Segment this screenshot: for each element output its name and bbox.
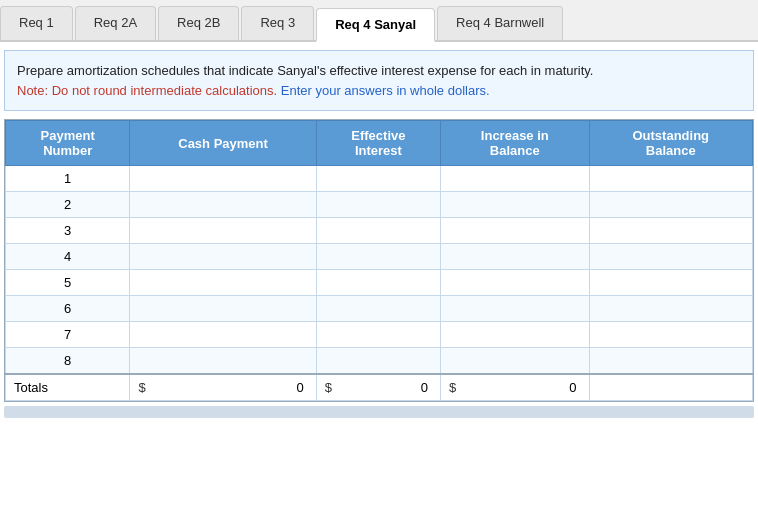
tab-req3[interactable]: Req 3 bbox=[241, 6, 314, 40]
table-row: 1 bbox=[6, 166, 753, 192]
row-eff[interactable] bbox=[316, 244, 440, 270]
info-main-text: Prepare amortization schedules that indi… bbox=[17, 63, 593, 78]
col-header-outstanding-balance: OutstandingBalance bbox=[589, 121, 752, 166]
col-header-payment-number: PaymentNumber bbox=[6, 121, 130, 166]
row-num: 5 bbox=[6, 270, 130, 296]
row-out[interactable] bbox=[589, 244, 752, 270]
tab-req4barnwell[interactable]: Req 4 Barnwell bbox=[437, 6, 563, 40]
row-out[interactable] bbox=[589, 322, 752, 348]
row-cash[interactable] bbox=[130, 296, 316, 322]
row-num: 7 bbox=[6, 322, 130, 348]
row-cash[interactable] bbox=[130, 218, 316, 244]
row-inc[interactable] bbox=[441, 244, 589, 270]
row-cash[interactable] bbox=[130, 192, 316, 218]
row-num: 6 bbox=[6, 296, 130, 322]
row-inc[interactable] bbox=[441, 166, 589, 192]
row-eff[interactable] bbox=[316, 348, 440, 375]
table-row: 6 bbox=[6, 296, 753, 322]
totals-out bbox=[589, 374, 752, 401]
amortization-table: PaymentNumber Cash Payment EffectiveInte… bbox=[5, 120, 753, 401]
scrollbar[interactable] bbox=[4, 406, 754, 418]
row-inc[interactable] bbox=[441, 218, 589, 244]
row-eff[interactable] bbox=[316, 218, 440, 244]
row-eff[interactable] bbox=[316, 296, 440, 322]
row-out[interactable] bbox=[589, 296, 752, 322]
row-num: 8 bbox=[6, 348, 130, 375]
row-cash[interactable] bbox=[130, 270, 316, 296]
row-num: 2 bbox=[6, 192, 130, 218]
table-row: 2 bbox=[6, 192, 753, 218]
totals-inc: $ 0 bbox=[441, 374, 589, 401]
totals-eff: $ 0 bbox=[316, 374, 440, 401]
info-note-blue: Enter your answers in whole dollars. bbox=[281, 83, 490, 98]
totals-label: Totals bbox=[6, 374, 130, 401]
col-header-cash-payment: Cash Payment bbox=[130, 121, 316, 166]
info-box: Prepare amortization schedules that indi… bbox=[4, 50, 754, 111]
tab-req1[interactable]: Req 1 bbox=[0, 6, 73, 40]
row-out[interactable] bbox=[589, 192, 752, 218]
col-header-increase-balance: Increase inBalance bbox=[441, 121, 589, 166]
row-cash[interactable] bbox=[130, 244, 316, 270]
tab-req4sanyal[interactable]: Req 4 Sanyal bbox=[316, 8, 435, 42]
row-inc[interactable] bbox=[441, 270, 589, 296]
row-inc[interactable] bbox=[441, 296, 589, 322]
tab-req2a[interactable]: Req 2A bbox=[75, 6, 156, 40]
row-num: 4 bbox=[6, 244, 130, 270]
info-note-label: Note: Do not round intermediate calculat… bbox=[17, 83, 277, 98]
row-cash[interactable] bbox=[130, 166, 316, 192]
row-inc[interactable] bbox=[441, 192, 589, 218]
row-out[interactable] bbox=[589, 166, 752, 192]
col-header-effective-interest: EffectiveInterest bbox=[316, 121, 440, 166]
row-cash[interactable] bbox=[130, 348, 316, 375]
info-note: Note: Do not round intermediate calculat… bbox=[17, 83, 490, 98]
row-num: 1 bbox=[6, 166, 130, 192]
row-num: 3 bbox=[6, 218, 130, 244]
table-row: 4 bbox=[6, 244, 753, 270]
table-row: 7 bbox=[6, 322, 753, 348]
tab-bar: Req 1 Req 2A Req 2B Req 3 Req 4 Sanyal R… bbox=[0, 0, 758, 42]
tab-req2b[interactable]: Req 2B bbox=[158, 6, 239, 40]
row-out[interactable] bbox=[589, 348, 752, 375]
row-out[interactable] bbox=[589, 218, 752, 244]
totals-row: Totals $ 0 $ 0 $ 0 bbox=[6, 374, 753, 401]
row-cash[interactable] bbox=[130, 322, 316, 348]
row-eff[interactable] bbox=[316, 270, 440, 296]
table-row: 5 bbox=[6, 270, 753, 296]
row-eff[interactable] bbox=[316, 322, 440, 348]
amortization-table-container: PaymentNumber Cash Payment EffectiveInte… bbox=[4, 119, 754, 402]
row-inc[interactable] bbox=[441, 322, 589, 348]
row-inc[interactable] bbox=[441, 348, 589, 375]
table-row: 3 bbox=[6, 218, 753, 244]
totals-cash: $ 0 bbox=[130, 374, 316, 401]
row-out[interactable] bbox=[589, 270, 752, 296]
table-row: 8 bbox=[6, 348, 753, 375]
row-eff[interactable] bbox=[316, 166, 440, 192]
row-eff[interactable] bbox=[316, 192, 440, 218]
